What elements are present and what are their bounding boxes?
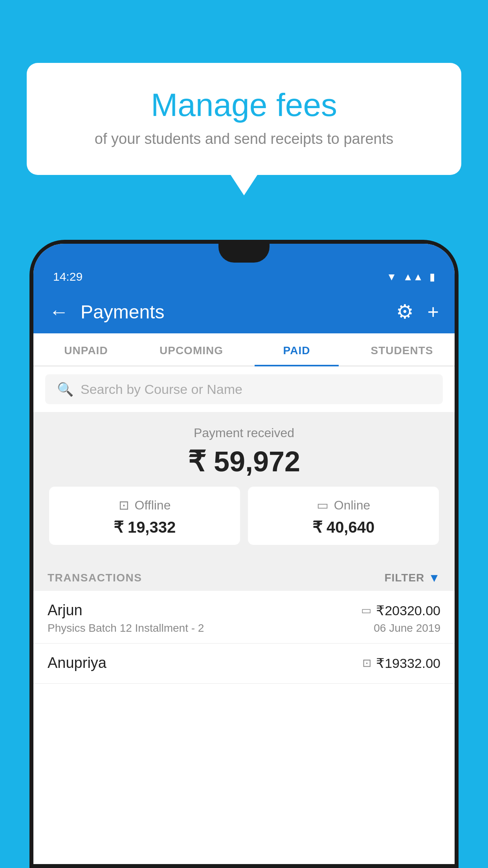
tab-students[interactable]: STUDENTS <box>349 333 455 366</box>
cash-mode-icon: ⊡ <box>362 657 371 669</box>
card-mode-icon: ▭ <box>361 604 371 617</box>
phone-screen: 14:29 ▼ ▲▲ ▮ ← Payments ⚙ + UNPAID UPCOM… <box>33 244 455 864</box>
filter-icon: ▼ <box>428 571 440 585</box>
transaction-amount: ₹20320.00 <box>376 603 440 618</box>
transaction-item-arjun[interactable]: Arjun ▭ ₹20320.00 Physics Batch 12 Insta… <box>33 591 455 644</box>
online-icon: ▭ <box>317 498 328 513</box>
phone-frame: 14:29 ▼ ▲▲ ▮ ← Payments ⚙ + UNPAID UPCOM… <box>29 240 459 868</box>
app-bar-actions: ⚙ + <box>396 300 439 323</box>
search-input[interactable]: Search by Course or Name <box>81 382 242 397</box>
transaction-amount-row: ▭ ₹20320.00 <box>361 603 440 618</box>
offline-icon: ⊡ <box>119 498 129 513</box>
filter-button[interactable]: FILTER ▼ <box>384 571 440 585</box>
status-bar: 14:29 ▼ ▲▲ ▮ <box>33 263 455 290</box>
offline-card-header: ⊡ Offline <box>57 498 232 513</box>
notch <box>218 244 270 263</box>
settings-icon[interactable]: ⚙ <box>396 300 414 323</box>
tab-unpaid[interactable]: UNPAID <box>33 333 139 366</box>
transaction-date: 06 June 2019 <box>374 622 440 634</box>
payment-cards: ⊡ Offline ₹ 19,332 ▭ Online ₹ 40,640 <box>45 487 443 553</box>
transaction-row1-2: Anupriya ⊡ ₹19332.00 <box>48 655 440 671</box>
offline-label: Offline <box>135 498 171 513</box>
tab-paid[interactable]: PAID <box>244 333 349 366</box>
transaction-name-2: Anupriya <box>48 655 106 671</box>
signal-icon: ▲▲ <box>403 271 423 283</box>
transaction-row1: Arjun ▭ ₹20320.00 <box>48 602 440 619</box>
online-amount: ₹ 40,640 <box>256 518 431 536</box>
bubble-subtitle: of your students and send receipts to pa… <box>46 131 442 147</box>
search-bar[interactable]: 🔍 Search by Course or Name <box>45 374 443 404</box>
filter-label: FILTER <box>384 572 424 584</box>
bubble-title: Manage fees <box>46 86 442 123</box>
online-label: Online <box>334 498 371 513</box>
transaction-amount-2: ₹19332.00 <box>376 655 440 671</box>
transactions-header: TRANSACTIONS FILTER ▼ <box>33 563 455 591</box>
tab-upcoming[interactable]: UPCOMING <box>139 333 244 366</box>
payment-received-section: Payment received ₹ 59,972 ⊡ Offline ₹ 19… <box>33 412 455 563</box>
offline-amount: ₹ 19,332 <box>57 518 232 536</box>
app-bar: ← Payments ⚙ + <box>33 290 455 333</box>
online-card: ▭ Online ₹ 40,640 <box>248 487 439 545</box>
transaction-name: Arjun <box>48 602 83 619</box>
payment-label: Payment received <box>45 426 443 440</box>
battery-icon: ▮ <box>429 271 435 283</box>
transactions-label: TRANSACTIONS <box>48 572 142 584</box>
transaction-course: Physics Batch 12 Installment - 2 <box>48 622 204 634</box>
transaction-item-anupriya[interactable]: Anupriya ⊡ ₹19332.00 <box>33 644 455 684</box>
search-container: 🔍 Search by Course or Name <box>33 366 455 412</box>
payment-amount: ₹ 59,972 <box>45 445 443 478</box>
transaction-amount-row-2: ⊡ ₹19332.00 <box>362 655 440 671</box>
search-icon: 🔍 <box>57 381 73 397</box>
transaction-list: Arjun ▭ ₹20320.00 Physics Batch 12 Insta… <box>33 591 455 864</box>
notch-area <box>33 244 455 263</box>
status-icons: ▼ ▲▲ ▮ <box>387 271 435 283</box>
app-bar-title: Payments <box>81 301 396 323</box>
add-icon[interactable]: + <box>427 300 439 323</box>
speech-bubble: Manage fees of your students and send re… <box>27 63 461 175</box>
tabs: UNPAID UPCOMING PAID STUDENTS <box>33 333 455 366</box>
back-button[interactable]: ← <box>49 300 69 323</box>
wifi-icon: ▼ <box>387 271 397 283</box>
transaction-row2: Physics Batch 12 Installment - 2 06 June… <box>48 622 440 634</box>
status-time: 14:29 <box>53 270 83 283</box>
online-card-header: ▭ Online <box>256 498 431 513</box>
offline-card: ⊡ Offline ₹ 19,332 <box>49 487 240 545</box>
